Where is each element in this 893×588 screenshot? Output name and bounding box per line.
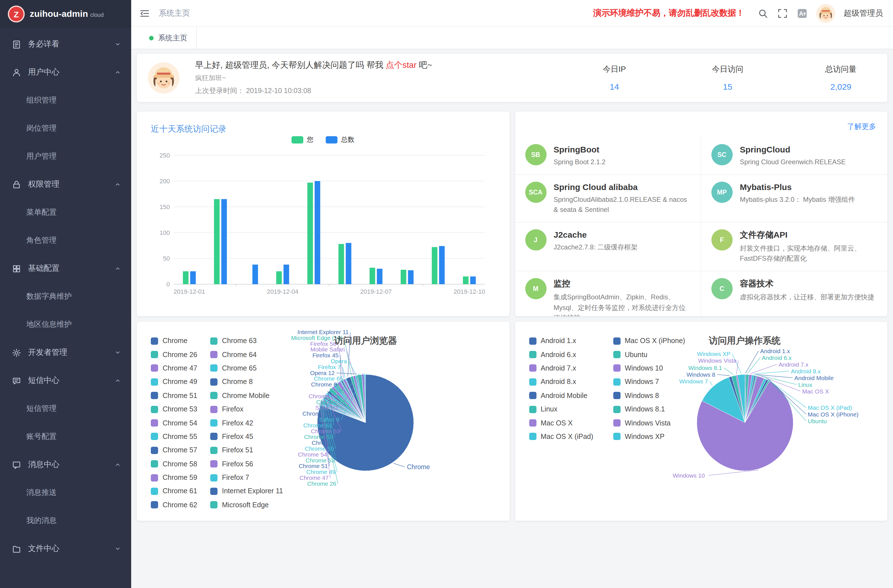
legend-item[interactable]: Chrome 8 xyxy=(210,375,270,389)
legend-item[interactable]: 总数 xyxy=(326,135,355,144)
feature-badge: MP xyxy=(711,181,733,203)
legend-item[interactable]: Android 8.x xyxy=(529,375,613,389)
feature-desc: J2cache2.7.8: 二级缓存框架 xyxy=(553,242,637,253)
legend-item[interactable]: Firefox 42 xyxy=(210,416,270,430)
font-size-icon[interactable]: A xyxy=(797,8,808,19)
sidebar-subitem[interactable]: 我的消息 xyxy=(0,507,131,535)
legend-item[interactable]: Chrome 47 xyxy=(151,362,210,375)
sidebar-menu: 务必详看用户中心组织管理岗位管理用户管理权限管理菜单配置角色管理基础配置数据字典… xyxy=(0,28,131,563)
girl-avatar-illustration xyxy=(148,62,179,93)
legend-item[interactable]: Mac OS X (iPhone) xyxy=(613,334,697,348)
sidebar-item[interactable]: 消息中心 xyxy=(0,451,131,479)
legend-item[interactable]: Windows XP xyxy=(613,430,697,444)
legend-item[interactable]: Android 7.x xyxy=(529,362,613,375)
legend-item[interactable]: Windows Vista xyxy=(613,416,697,430)
legend-item[interactable]: Chrome 26 xyxy=(151,348,210,362)
search-icon[interactable] xyxy=(757,8,768,19)
sidebar-item[interactable]: 用户中心 xyxy=(0,58,131,86)
svg-text:200: 200 xyxy=(159,178,170,185)
tab-system-home[interactable]: 系统主页 xyxy=(140,27,197,49)
legend-item[interactable]: Chrome 59 xyxy=(151,471,210,484)
legend-item[interactable]: Internet Explorer 11 xyxy=(210,484,270,498)
pies-row: Internet Explorer 11Microsoft Edge (16)F… xyxy=(137,322,887,521)
feature-desc: SpringCloudAlibaba2.1.0.RELEASE & nacos … xyxy=(553,194,691,215)
legend-item[interactable]: Chrome 65 xyxy=(210,362,270,375)
legend-item[interactable]: Firefox 56 xyxy=(210,457,270,471)
feature-badge: SC xyxy=(711,144,733,165)
svg-text:Chrome 53: Chrome 53 xyxy=(305,457,335,463)
sidebar-item[interactable]: 权限管理 xyxy=(0,170,131,199)
legend-item[interactable]: Chrome Mobile xyxy=(210,389,270,403)
legend-item[interactable]: Mac OS X (iPad) xyxy=(529,430,613,444)
legend-item[interactable]: Windows 7 xyxy=(613,375,697,389)
legend-item[interactable]: Firefox 45 xyxy=(210,430,270,444)
legend-item[interactable]: 您 xyxy=(292,135,314,144)
sidebar-subitem[interactable]: 用户管理 xyxy=(0,142,131,170)
legend-item[interactable]: Windows 8 xyxy=(613,389,697,403)
legend-item[interactable]: Chrome 49 xyxy=(151,375,210,389)
legend-item[interactable]: Chrome 57 xyxy=(151,444,210,457)
legend-item[interactable]: Chrome 53 xyxy=(151,403,210,416)
sidebar-item[interactable]: 文件中心 xyxy=(0,535,131,563)
last-login-value: 2019-12-10 10:03:08 xyxy=(246,87,311,95)
legend-item[interactable]: Chrome 64 xyxy=(210,348,270,362)
svg-text:Firefox 45: Firefox 45 xyxy=(313,352,338,358)
legend-item[interactable]: Chrome 58 xyxy=(151,457,210,471)
sidebar-subitem[interactable]: 账号配置 xyxy=(0,423,131,451)
sidebar-item[interactable]: 开发者管理 xyxy=(0,338,131,367)
legend-item[interactable]: Microsoft Edge xyxy=(210,498,270,512)
legend-item[interactable]: Android Mobile xyxy=(529,389,613,403)
sidebar-subitem[interactable]: 消息推送 xyxy=(0,479,131,507)
sidebar-subitem[interactable]: 地区信息维护 xyxy=(0,311,131,338)
username[interactable]: 超级管理员 xyxy=(844,8,883,18)
browser-legend: ChromeChrome 26Chrome 47Chrome 49Chrome … xyxy=(151,334,270,512)
legend-item[interactable]: Android 6.x xyxy=(529,348,613,362)
legend-item[interactable]: Windows 10 xyxy=(613,362,697,375)
sidebar-item[interactable]: 短信中心 xyxy=(0,367,131,395)
menu-fold-icon[interactable] xyxy=(139,8,150,19)
legend-item[interactable]: Chrome 51 xyxy=(151,389,210,403)
last-login-label: 上次登录时间： xyxy=(195,87,244,95)
sidebar-item-label: 短信中心 xyxy=(28,376,114,386)
svg-text:Android 6.x: Android 6.x xyxy=(762,355,792,361)
star-link[interactable]: 点个star xyxy=(386,60,416,69)
svg-text:Chrome: Chrome xyxy=(407,463,430,471)
os-pie-card: Windows XPWindows VistaWindows 8.1Window… xyxy=(515,322,887,521)
sidebar-subitem[interactable]: 短信管理 xyxy=(0,395,131,423)
svg-text:Internet Explorer 11: Internet Explorer 11 xyxy=(298,329,349,335)
sidebar-subitem[interactable]: 岗位管理 xyxy=(0,114,131,142)
breadcrumb[interactable]: 系统主页 xyxy=(159,8,190,18)
main-content: 早上好, 超级管理员, 今天帮别人解决问题了吗 帮我 点个star 吧~ 疯狂加… xyxy=(131,49,893,588)
legend-item[interactable]: Android 1.x xyxy=(529,334,613,348)
chevron-up-icon xyxy=(114,69,121,76)
sidebar-subitem[interactable]: 数据字典维护 xyxy=(0,283,131,311)
feature-badge: J xyxy=(525,229,546,251)
legend-item[interactable]: Chrome xyxy=(151,334,210,348)
legend-item[interactable]: Chrome 61 xyxy=(151,484,210,498)
features-card: 了解更多 SBSpringBootSpring Boot 2.1.2SCSpri… xyxy=(515,111,887,316)
legend-item[interactable]: Firefox xyxy=(210,403,270,416)
msg-icon xyxy=(12,460,21,469)
learn-more-link[interactable]: 了解更多 xyxy=(847,122,876,132)
legend-item[interactable]: Chrome 63 xyxy=(210,334,270,348)
sidebar-item[interactable]: 基础配置 xyxy=(0,254,131,283)
fullscreen-icon[interactable] xyxy=(777,8,788,19)
legend-item[interactable]: Linux xyxy=(529,403,613,416)
legend-item[interactable]: Mac OS X xyxy=(529,416,613,430)
grid-icon xyxy=(12,264,21,273)
legend-item[interactable]: Chrome 55 xyxy=(151,430,210,444)
feature-title: 文件存储API xyxy=(740,230,878,241)
legend-item[interactable]: Windows 8.1 xyxy=(613,403,697,416)
sidebar-subitem[interactable]: 菜单配置 xyxy=(0,199,131,226)
sidebar-subitem[interactable]: 组织管理 xyxy=(0,86,131,114)
legend-item[interactable]: Chrome 54 xyxy=(151,416,210,430)
bar-chart-title: 近十天系统访问记录 xyxy=(151,124,227,135)
sidebar-subitem[interactable]: 角色管理 xyxy=(0,226,131,254)
user-avatar[interactable] xyxy=(816,4,835,23)
legend-item[interactable]: Firefox 7 xyxy=(210,471,270,484)
logo[interactable]: Z zuihou-admincloud xyxy=(0,0,131,28)
legend-item[interactable]: Ubuntu xyxy=(613,348,697,362)
sidebar-item[interactable]: 务必详看 xyxy=(0,30,131,58)
legend-item[interactable]: Firefox 51 xyxy=(210,444,270,457)
legend-item[interactable]: Chrome 62 xyxy=(151,498,210,512)
